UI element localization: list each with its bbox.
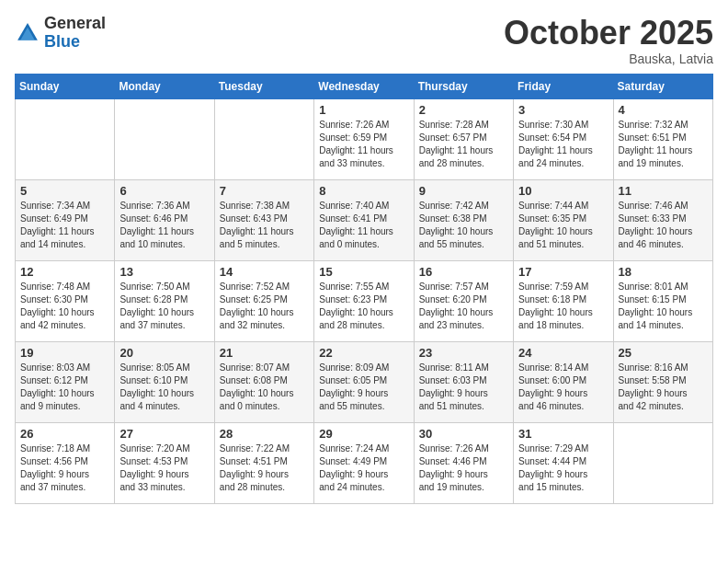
day-info: Sunrise: 7:40 AM Sunset: 6:41 PM Dayligh…	[319, 200, 408, 251]
day-info: Sunrise: 7:48 AM Sunset: 6:30 PM Dayligh…	[20, 281, 109, 332]
day-cell: 4Sunrise: 7:32 AM Sunset: 6:51 PM Daylig…	[613, 98, 712, 179]
day-cell: 24Sunrise: 8:14 AM Sunset: 6:00 PM Dayli…	[514, 341, 613, 422]
day-info: Sunrise: 7:42 AM Sunset: 6:38 PM Dayligh…	[419, 200, 508, 251]
day-cell	[214, 98, 313, 179]
day-number: 14	[220, 265, 309, 279]
header-cell-sunday: Sunday	[16, 74, 115, 98]
week-row-1: 1Sunrise: 7:26 AM Sunset: 6:59 PM Daylig…	[16, 98, 713, 179]
day-cell: 27Sunrise: 7:20 AM Sunset: 4:53 PM Dayli…	[115, 422, 214, 503]
day-number: 25	[619, 346, 708, 360]
day-info: Sunrise: 7:38 AM Sunset: 6:43 PM Dayligh…	[220, 200, 309, 251]
day-cell: 19Sunrise: 8:03 AM Sunset: 6:12 PM Dayli…	[16, 341, 115, 422]
day-number: 23	[419, 346, 508, 360]
day-cell: 21Sunrise: 8:07 AM Sunset: 6:08 PM Dayli…	[214, 341, 313, 422]
logo-blue: Blue	[44, 33, 106, 52]
day-info: Sunrise: 7:46 AM Sunset: 6:33 PM Dayligh…	[619, 200, 708, 251]
day-number: 26	[20, 427, 109, 441]
day-info: Sunrise: 8:11 AM Sunset: 6:03 PM Dayligh…	[419, 362, 508, 413]
week-row-5: 26Sunrise: 7:18 AM Sunset: 4:56 PM Dayli…	[16, 422, 713, 503]
day-number: 12	[20, 265, 109, 279]
week-row-2: 5Sunrise: 7:34 AM Sunset: 6:49 PM Daylig…	[16, 179, 713, 260]
day-number: 18	[619, 265, 708, 279]
day-cell: 20Sunrise: 8:05 AM Sunset: 6:10 PM Dayli…	[115, 341, 214, 422]
day-cell: 14Sunrise: 7:52 AM Sunset: 6:25 PM Dayli…	[214, 260, 313, 341]
day-number: 5	[20, 184, 109, 198]
day-cell: 31Sunrise: 7:29 AM Sunset: 4:44 PM Dayli…	[514, 422, 613, 503]
day-cell: 5Sunrise: 7:34 AM Sunset: 6:49 PM Daylig…	[16, 179, 115, 260]
day-info: Sunrise: 7:26 AM Sunset: 4:46 PM Dayligh…	[419, 442, 508, 494]
day-number: 10	[518, 184, 608, 198]
day-cell: 29Sunrise: 7:24 AM Sunset: 4:49 PM Dayli…	[314, 422, 414, 503]
day-number: 8	[319, 184, 408, 198]
day-info: Sunrise: 7:32 AM Sunset: 6:51 PM Dayligh…	[619, 119, 708, 170]
day-cell: 26Sunrise: 7:18 AM Sunset: 4:56 PM Dayli…	[16, 422, 115, 503]
day-number: 17	[518, 265, 608, 279]
day-cell: 6Sunrise: 7:36 AM Sunset: 6:46 PM Daylig…	[115, 179, 214, 260]
day-info: Sunrise: 7:57 AM Sunset: 6:20 PM Dayligh…	[419, 281, 508, 332]
day-number: 2	[419, 103, 508, 117]
day-number: 3	[518, 103, 608, 117]
day-cell: 8Sunrise: 7:40 AM Sunset: 6:41 PM Daylig…	[314, 179, 414, 260]
day-cell: 15Sunrise: 7:55 AM Sunset: 6:23 PM Dayli…	[314, 260, 414, 341]
day-info: Sunrise: 7:26 AM Sunset: 6:59 PM Dayligh…	[319, 119, 408, 170]
day-info: Sunrise: 8:14 AM Sunset: 6:00 PM Dayligh…	[518, 362, 608, 413]
day-number: 30	[419, 427, 508, 441]
calendar-table: SundayMondayTuesdayWednesdayThursdayFrid…	[15, 74, 713, 504]
day-info: Sunrise: 7:24 AM Sunset: 4:49 PM Dayligh…	[319, 442, 408, 494]
day-cell: 2Sunrise: 7:28 AM Sunset: 6:57 PM Daylig…	[414, 98, 513, 179]
logo-text: General Blue	[44, 15, 106, 52]
day-number: 16	[419, 265, 508, 279]
day-info: Sunrise: 7:52 AM Sunset: 6:25 PM Dayligh…	[220, 281, 309, 332]
day-cell: 17Sunrise: 7:59 AM Sunset: 6:18 PM Dayli…	[514, 260, 613, 341]
day-info: Sunrise: 8:16 AM Sunset: 5:58 PM Dayligh…	[619, 362, 708, 413]
day-cell: 1Sunrise: 7:26 AM Sunset: 6:59 PM Daylig…	[314, 98, 414, 179]
day-number: 7	[220, 184, 309, 198]
header-cell-saturday: Saturday	[613, 74, 712, 98]
header-row: SundayMondayTuesdayWednesdayThursdayFrid…	[16, 74, 713, 98]
page-header: General Blue October 2025 Bauska, Latvia	[15, 15, 713, 66]
day-number: 6	[119, 184, 209, 198]
day-info: Sunrise: 7:44 AM Sunset: 6:35 PM Dayligh…	[518, 200, 608, 251]
day-number: 21	[220, 346, 309, 360]
logo-general: General	[44, 15, 106, 33]
day-number: 1	[319, 103, 408, 117]
day-number: 15	[319, 265, 408, 279]
logo: General Blue	[15, 15, 106, 52]
day-info: Sunrise: 8:09 AM Sunset: 6:05 PM Dayligh…	[319, 362, 408, 413]
day-cell: 28Sunrise: 7:22 AM Sunset: 4:51 PM Dayli…	[214, 422, 313, 503]
day-info: Sunrise: 7:50 AM Sunset: 6:28 PM Dayligh…	[119, 281, 209, 332]
day-info: Sunrise: 7:34 AM Sunset: 6:49 PM Dayligh…	[20, 200, 109, 251]
week-row-3: 12Sunrise: 7:48 AM Sunset: 6:30 PM Dayli…	[16, 260, 713, 341]
day-number: 20	[119, 346, 209, 360]
day-cell: 13Sunrise: 7:50 AM Sunset: 6:28 PM Dayli…	[115, 260, 214, 341]
day-info: Sunrise: 8:05 AM Sunset: 6:10 PM Dayligh…	[119, 362, 209, 413]
day-info: Sunrise: 7:18 AM Sunset: 4:56 PM Dayligh…	[20, 442, 109, 494]
day-info: Sunrise: 7:29 AM Sunset: 4:44 PM Dayligh…	[518, 442, 608, 494]
day-cell: 11Sunrise: 7:46 AM Sunset: 6:33 PM Dayli…	[613, 179, 712, 260]
day-info: Sunrise: 7:59 AM Sunset: 6:18 PM Dayligh…	[518, 281, 608, 332]
title-block: October 2025 Bauska, Latvia	[504, 15, 713, 66]
day-cell: 23Sunrise: 8:11 AM Sunset: 6:03 PM Dayli…	[414, 341, 513, 422]
day-number: 19	[20, 346, 109, 360]
logo-icon	[15, 20, 40, 46]
day-info: Sunrise: 7:36 AM Sunset: 6:46 PM Dayligh…	[119, 200, 209, 251]
week-row-4: 19Sunrise: 8:03 AM Sunset: 6:12 PM Dayli…	[16, 341, 713, 422]
header-cell-tuesday: Tuesday	[214, 74, 313, 98]
day-cell: 10Sunrise: 7:44 AM Sunset: 6:35 PM Dayli…	[514, 179, 613, 260]
month-title: October 2025	[504, 15, 713, 52]
day-number: 9	[419, 184, 508, 198]
day-cell: 3Sunrise: 7:30 AM Sunset: 6:54 PM Daylig…	[514, 98, 613, 179]
location: Bauska, Latvia	[504, 52, 713, 66]
day-cell: 25Sunrise: 8:16 AM Sunset: 5:58 PM Dayli…	[613, 341, 712, 422]
day-info: Sunrise: 7:20 AM Sunset: 4:53 PM Dayligh…	[119, 442, 209, 494]
header-cell-thursday: Thursday	[414, 74, 513, 98]
day-info: Sunrise: 7:22 AM Sunset: 4:51 PM Dayligh…	[220, 442, 309, 494]
day-number: 4	[619, 103, 708, 117]
day-cell	[16, 98, 115, 179]
day-info: Sunrise: 8:03 AM Sunset: 6:12 PM Dayligh…	[20, 362, 109, 413]
day-number: 11	[619, 184, 708, 198]
header-cell-friday: Friday	[514, 74, 613, 98]
day-info: Sunrise: 7:55 AM Sunset: 6:23 PM Dayligh…	[319, 281, 408, 332]
header-cell-monday: Monday	[115, 74, 214, 98]
day-info: Sunrise: 7:28 AM Sunset: 6:57 PM Dayligh…	[419, 119, 508, 170]
